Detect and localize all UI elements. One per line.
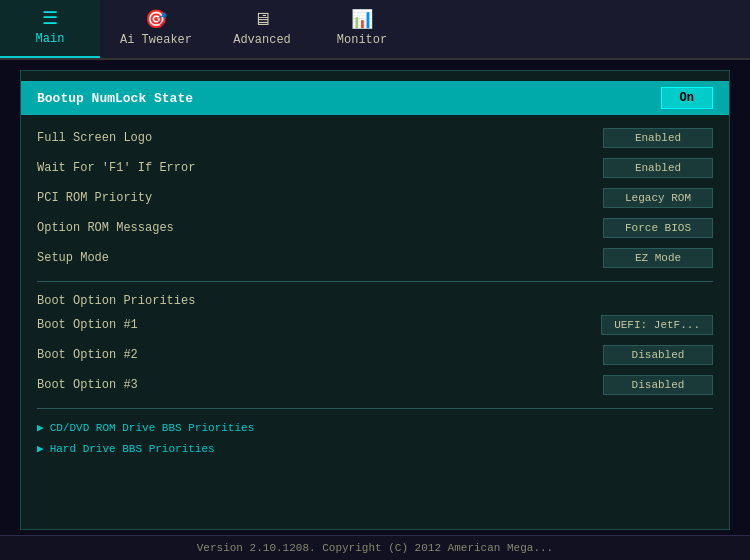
- boot-option-value-button[interactable]: Disabled: [603, 375, 713, 395]
- sub-menu-items: ▶CD/DVD ROM Drive BBS Priorities▶Hard Dr…: [37, 417, 713, 459]
- ai-tweaker-icon: 🎯: [145, 11, 167, 29]
- sub-menu-arrow-icon: ▶: [37, 421, 44, 434]
- nav-item-main[interactable]: ☰ Main: [0, 0, 100, 58]
- boot-option-label: Boot Option #2: [37, 348, 138, 362]
- top-navigation: ☰ Main 🎯 Ai Tweaker 🖥 Advanced 📊 Monitor: [0, 0, 750, 60]
- settings-rows: Full Screen LogoEnabledWait For 'F1' If …: [37, 123, 713, 273]
- setting-value-button[interactable]: EZ Mode: [603, 248, 713, 268]
- boot-option-value-button[interactable]: Disabled: [603, 345, 713, 365]
- footer-text: Version 2.10.1208. Copyright (C) 2012 Am…: [197, 542, 553, 554]
- main-icon: ☰: [42, 10, 58, 28]
- boot-option-row[interactable]: Boot Option #3Disabled: [37, 370, 713, 400]
- boot-option-value-button[interactable]: UEFI: JetF...: [601, 315, 713, 335]
- boot-option-row[interactable]: Boot Option #1UEFI: JetF...: [37, 310, 713, 340]
- setting-label: Option ROM Messages: [37, 221, 174, 235]
- setting-row[interactable]: Option ROM MessagesForce BIOS: [37, 213, 713, 243]
- monitor-icon: 📊: [351, 11, 373, 29]
- setting-value-button[interactable]: Force BIOS: [603, 218, 713, 238]
- sub-menu-label: CD/DVD ROM Drive BBS Priorities: [50, 422, 255, 434]
- nav-label-advanced: Advanced: [233, 33, 291, 47]
- main-content-panel: Bootup NumLock State On Full Screen Logo…: [20, 70, 730, 530]
- sub-menu-item[interactable]: ▶CD/DVD ROM Drive BBS Priorities: [37, 417, 713, 438]
- boot-option-rows: Boot Option #1UEFI: JetF...Boot Option #…: [37, 310, 713, 400]
- setting-label: Wait For 'F1' If Error: [37, 161, 195, 175]
- setting-label: Full Screen Logo: [37, 131, 152, 145]
- setting-label: PCI ROM Priority: [37, 191, 152, 205]
- settings-area: Full Screen LogoEnabledWait For 'F1' If …: [21, 115, 729, 467]
- boot-option-row[interactable]: Boot Option #2Disabled: [37, 340, 713, 370]
- setting-value-button[interactable]: Enabled: [603, 158, 713, 178]
- setting-value-button[interactable]: Legacy ROM: [603, 188, 713, 208]
- setting-row[interactable]: Setup ModeEZ Mode: [37, 243, 713, 273]
- sub-menu-item[interactable]: ▶Hard Drive BBS Priorities: [37, 438, 713, 459]
- nav-item-monitor[interactable]: 📊 Monitor: [312, 0, 412, 58]
- sub-menu-label: Hard Drive BBS Priorities: [50, 443, 215, 455]
- nav-label-monitor: Monitor: [337, 33, 387, 47]
- boot-priorities-header: Boot Option Priorities: [37, 290, 713, 310]
- selected-setting-row[interactable]: Bootup NumLock State On: [21, 81, 729, 115]
- boot-option-label: Boot Option #3: [37, 378, 138, 392]
- advanced-icon: 🖥: [253, 11, 271, 29]
- selected-setting-label: Bootup NumLock State: [37, 91, 193, 106]
- nav-item-ai-tweaker[interactable]: 🎯 Ai Tweaker: [100, 0, 212, 58]
- footer-bar: Version 2.10.1208. Copyright (C) 2012 Am…: [0, 535, 750, 560]
- setting-label: Setup Mode: [37, 251, 109, 265]
- boot-option-label: Boot Option #1: [37, 318, 138, 332]
- setting-row[interactable]: Wait For 'F1' If ErrorEnabled: [37, 153, 713, 183]
- setting-row[interactable]: PCI ROM PriorityLegacy ROM: [37, 183, 713, 213]
- selected-setting-value[interactable]: On: [661, 87, 713, 109]
- nav-label-main: Main: [36, 32, 65, 46]
- setting-row[interactable]: Full Screen LogoEnabled: [37, 123, 713, 153]
- divider-1: [37, 281, 713, 282]
- nav-label-ai-tweaker: Ai Tweaker: [120, 33, 192, 47]
- divider-2: [37, 408, 713, 409]
- setting-value-button[interactable]: Enabled: [603, 128, 713, 148]
- sub-menu-arrow-icon: ▶: [37, 442, 44, 455]
- nav-item-advanced[interactable]: 🖥 Advanced: [212, 0, 312, 58]
